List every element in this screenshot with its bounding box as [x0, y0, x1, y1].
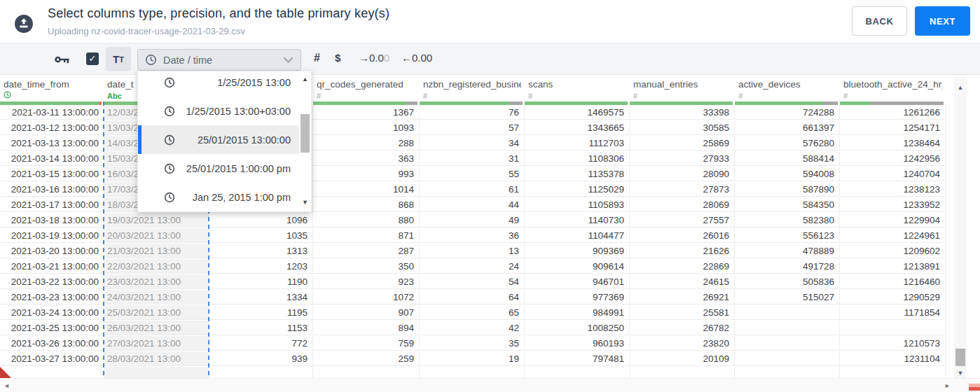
table-cell[interactable]: 1224961 — [840, 228, 946, 243]
table-cell[interactable] — [209, 367, 313, 378]
table-cell[interactable]: 26782 — [630, 321, 735, 335]
back-button[interactable]: BACK — [852, 6, 907, 36]
table-cell[interactable]: 350 — [313, 259, 420, 274]
table-cell[interactable]: 28069 — [630, 197, 735, 212]
table-cell[interactable]: 909369 — [525, 244, 630, 258]
table-cell[interactable]: 76 — [420, 105, 525, 120]
scroll-right-arrow-icon[interactable]: ► — [944, 382, 951, 389]
table-cell[interactable]: 2021-03-27 13:00:00 — [0, 351, 104, 366]
table-cell[interactable]: 2021-03-25 13:00:00 — [0, 321, 104, 335]
table-cell[interactable]: 1140730 — [525, 213, 630, 227]
table-cell[interactable]: 35 — [420, 336, 525, 351]
table-cell[interactable]: 1195 — [209, 305, 313, 320]
column-header-active_devices[interactable]: active_devices# — [735, 75, 840, 105]
table-cell[interactable]: 1313 — [209, 244, 313, 258]
table-cell[interactable]: 22869 — [630, 259, 735, 274]
table-cell[interactable]: 30585 — [630, 120, 735, 135]
table-cell[interactable]: 25581 — [630, 305, 735, 320]
table-cell[interactable] — [104, 367, 209, 378]
number-type-button[interactable]: # — [314, 52, 320, 64]
dropdown-option[interactable]: 1/25/2015 13:00+03:00 — [138, 97, 301, 125]
vertical-scroll-thumb[interactable] — [955, 349, 965, 366]
table-cell[interactable]: 977369 — [525, 290, 630, 304]
dropdown-scroll-thumb[interactable] — [301, 114, 310, 153]
table-cell[interactable]: 20/03/2021 13:00 — [104, 228, 209, 243]
datetime-format-select[interactable]: Date / time — [137, 49, 301, 71]
table-cell[interactable]: 1008250 — [525, 321, 630, 335]
scroll-left-arrow-icon[interactable]: ◄ — [4, 382, 10, 389]
table-cell[interactable]: 1171854 — [840, 305, 946, 320]
table-cell[interactable] — [735, 367, 840, 378]
table-cell[interactable]: 2021-03-14 13:00:00 — [0, 151, 104, 166]
table-cell[interactable]: 1135378 — [525, 167, 630, 181]
table-cell[interactable] — [735, 336, 840, 351]
not-null-checkbox[interactable]: ✓ — [86, 52, 99, 65]
dropdown-scroll-down-icon[interactable]: ▼ — [299, 199, 311, 206]
table-cell[interactable]: 65 — [420, 305, 525, 320]
column-header-qr_codes_generated[interactable]: qr_codes_generated# — [313, 75, 420, 105]
table-cell[interactable]: 1254171 — [840, 120, 946, 135]
table-cell[interactable]: 363 — [313, 151, 420, 166]
table-cell[interactable]: 1231104 — [840, 351, 946, 366]
column-header-date_time_from[interactable]: date_time_from — [0, 75, 104, 105]
table-cell[interactable]: 2021-03-15 13:00:00 — [0, 167, 104, 181]
table-cell[interactable]: 1096 — [209, 213, 313, 227]
table-cell[interactable]: 54 — [420, 274, 525, 289]
column-header-nzbn_registered_busine[interactable]: nzbn_registered_busine# — [420, 75, 525, 105]
table-cell[interactable]: 2021-03-19 13:00:00 — [0, 228, 104, 243]
table-cell[interactable]: 1112703 — [525, 136, 630, 150]
table-cell[interactable]: 20109 — [630, 351, 735, 366]
table-cell[interactable]: 584350 — [735, 197, 840, 212]
table-cell[interactable]: 759 — [313, 336, 420, 351]
table-cell[interactable]: 24615 — [630, 274, 735, 289]
table-cell[interactable]: 993 — [313, 167, 420, 181]
table-cell[interactable]: 505836 — [735, 274, 840, 289]
dropdown-option[interactable]: Jan 25, 2015 1:00 pm — [138, 183, 301, 211]
table-cell[interactable]: 13 — [420, 244, 525, 258]
column-header-bluetooth_active_24_hr_[interactable]: bluetooth_active_24_hr_# — [840, 75, 946, 105]
table-cell[interactable]: 28/03/2021 13:00 — [104, 351, 209, 366]
dropdown-scroll-up-icon[interactable]: ▲ — [299, 76, 311, 83]
table-cell[interactable]: 1190 — [209, 274, 313, 289]
table-cell[interactable]: 1105893 — [525, 197, 630, 212]
currency-type-button[interactable]: $ — [335, 52, 340, 64]
table-cell[interactable]: 2021-03-12 13:00:00 — [0, 120, 104, 135]
table-cell[interactable]: 31 — [420, 151, 525, 166]
table-cell[interactable]: 57 — [420, 120, 525, 135]
table-cell[interactable]: 1072 — [313, 290, 420, 304]
table-cell[interactable]: 19 — [420, 351, 525, 366]
dropdown-option[interactable]: 25/01/2015 13:00:00 — [138, 125, 301, 154]
table-cell[interactable]: 588414 — [735, 151, 840, 166]
table-cell[interactable]: 894 — [313, 321, 420, 335]
table-cell[interactable]: 2021-03-16 13:00:00 — [0, 182, 104, 197]
table-cell[interactable]: 939 — [209, 351, 313, 366]
table-cell[interactable] — [840, 321, 946, 335]
table-cell[interactable]: 55 — [420, 167, 525, 181]
table-cell[interactable]: 2021-03-17 13:00:00 — [0, 197, 104, 212]
table-cell[interactable]: 24 — [420, 259, 525, 274]
table-cell[interactable]: 2021-03-20 13:00:00 — [0, 244, 104, 258]
table-cell[interactable] — [525, 367, 630, 378]
table-cell[interactable]: 2021-03-18 13:00:00 — [0, 213, 104, 227]
table-cell[interactable]: 1290529 — [840, 290, 946, 304]
table-cell[interactable]: 1203 — [209, 259, 313, 274]
vertical-scrollbar[interactable]: ▲ ▼ — [954, 76, 967, 378]
table-cell[interactable]: 1242956 — [840, 151, 946, 166]
table-cell[interactable]: 1014 — [313, 182, 420, 197]
table-cell[interactable]: 909614 — [525, 259, 630, 274]
table-cell[interactable]: 49 — [420, 213, 525, 227]
column-header-manual_entries[interactable]: manual_entries# — [630, 75, 735, 105]
table-cell[interactable]: 27/03/2021 13:00 — [104, 336, 209, 351]
table-cell[interactable]: 576280 — [735, 136, 840, 150]
table-cell[interactable]: 1216460 — [840, 274, 946, 289]
text-type-button[interactable]: TT — [106, 47, 131, 71]
table-cell[interactable]: 42 — [420, 321, 525, 335]
table-cell[interactable]: 23820 — [630, 336, 735, 351]
table-cell[interactable]: 61 — [420, 182, 525, 197]
table-cell[interactable]: 27873 — [630, 182, 735, 197]
table-cell[interactable]: 2021-03-11 13:00:00 — [0, 105, 104, 120]
table-cell[interactable]: 1229904 — [840, 213, 946, 227]
table-cell[interactable]: 21/03/2021 13:00 — [104, 244, 209, 258]
table-cell[interactable]: 1093 — [313, 120, 420, 135]
table-cell[interactable]: 1238123 — [840, 182, 946, 197]
